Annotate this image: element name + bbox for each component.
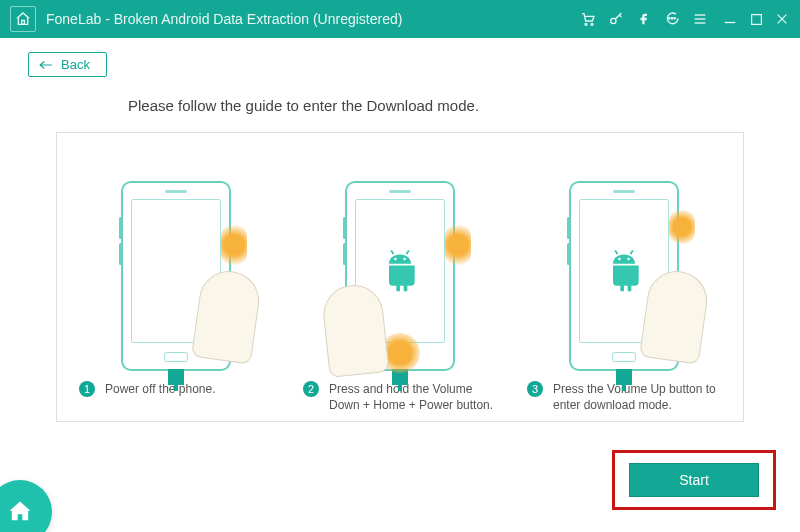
cart-icon[interactable] xyxy=(580,11,596,27)
step-number: 3 xyxy=(527,381,543,397)
facebook-icon[interactable] xyxy=(636,11,652,27)
svg-point-1 xyxy=(585,23,587,25)
content-area: Back Please follow the guide to enter th… xyxy=(0,38,800,422)
svg-point-3 xyxy=(611,18,616,23)
instruction-text: Please follow the guide to enter the Dow… xyxy=(128,97,772,114)
step-number: 2 xyxy=(303,381,319,397)
svg-point-4 xyxy=(669,18,670,19)
step-description: Power off the phone. xyxy=(105,381,216,397)
svg-point-6 xyxy=(674,18,675,19)
titlebar: FoneLab - Broken Android Data Extraction… xyxy=(0,0,800,38)
step-3: 3 Press the Volume Up button to enter do… xyxy=(515,151,733,413)
svg-rect-0 xyxy=(22,20,25,24)
window-title: FoneLab - Broken Android Data Extraction… xyxy=(46,11,402,27)
window-controls xyxy=(722,11,790,27)
menu-icon[interactable] xyxy=(692,11,708,27)
step-1: 1 Power off the phone. xyxy=(67,151,285,413)
svg-point-2 xyxy=(591,23,593,25)
back-button-label: Back xyxy=(61,57,90,72)
step-3-illustration xyxy=(534,151,714,371)
step-1-illustration xyxy=(86,151,266,371)
step-description: Press and hold the Volume Down + Home + … xyxy=(329,381,497,413)
close-button[interactable] xyxy=(774,11,790,27)
svg-point-16 xyxy=(618,258,621,261)
svg-point-14 xyxy=(394,258,397,261)
back-button[interactable]: Back xyxy=(28,52,107,77)
step-description: Press the Volume Up button to enter down… xyxy=(553,381,721,413)
svg-point-17 xyxy=(627,258,630,261)
maximize-button[interactable] xyxy=(748,11,764,27)
step-number: 1 xyxy=(79,381,95,397)
svg-point-15 xyxy=(403,258,406,261)
app-home-icon[interactable] xyxy=(10,6,36,32)
start-button-label: Start xyxy=(679,472,709,488)
start-highlight-box: Start xyxy=(612,450,776,510)
step-2: 2 Press and hold the Volume Down + Home … xyxy=(291,151,509,413)
svg-point-5 xyxy=(671,18,672,19)
step-2-illustration xyxy=(310,151,490,371)
guide-panel: 1 Power off the phone. xyxy=(56,132,744,422)
minimize-button[interactable] xyxy=(722,11,738,27)
titlebar-actions xyxy=(580,11,708,27)
svg-rect-11 xyxy=(751,14,761,24)
feedback-icon[interactable] xyxy=(664,11,680,27)
floating-home-button[interactable] xyxy=(0,480,52,532)
key-icon[interactable] xyxy=(608,11,624,27)
start-button[interactable]: Start xyxy=(629,463,759,497)
